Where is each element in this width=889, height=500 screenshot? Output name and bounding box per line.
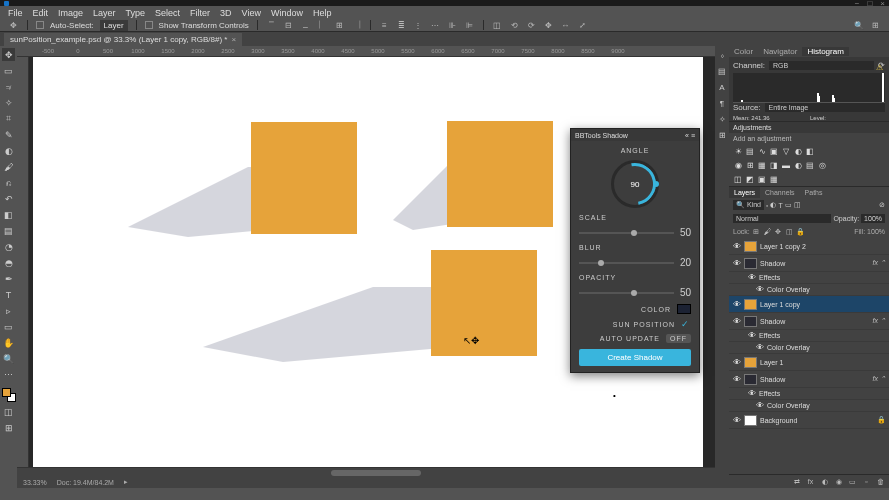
close-icon[interactable]: × [880, 0, 885, 8]
visibility-icon[interactable]: 👁 [732, 242, 741, 251]
panel-icon-1[interactable]: ⬨ [717, 50, 727, 60]
menu-window[interactable]: Window [271, 8, 303, 18]
menu-help[interactable]: Help [313, 8, 332, 18]
create-shadow-button[interactable]: Create Shadow [579, 349, 691, 366]
adj-poster-icon[interactable]: ▬ [781, 160, 791, 170]
adj-photo-icon[interactable]: ◉ [733, 160, 743, 170]
adj-extra4-icon[interactable]: ▦ [769, 174, 779, 184]
layer-row[interactable]: 👁Layer 1 copy 2 [729, 238, 889, 255]
blur-slider[interactable] [579, 262, 674, 264]
lock-transparent-icon[interactable]: ⊞ [752, 227, 761, 236]
quickmask-tool[interactable]: ◫ [2, 405, 15, 418]
blend-mode-dropdown[interactable]: Normal [733, 214, 831, 223]
layer-row[interactable]: 👁Shadowfx ⌃ [729, 371, 889, 388]
layer-fx-icon[interactable]: fx [806, 477, 815, 486]
tab-paths[interactable]: Paths [800, 187, 828, 198]
minimize-icon[interactable]: − [855, 0, 860, 8]
adj-levels-icon[interactable]: ▤ [745, 146, 755, 156]
sun-position-check-icon[interactable]: ✓ [681, 319, 691, 329]
layer-name[interactable]: Layer 1 [760, 359, 783, 366]
menu-select[interactable]: Select [155, 8, 180, 18]
visibility-icon[interactable]: 👁 [732, 300, 741, 309]
tab-channels[interactable]: Channels [760, 187, 800, 198]
marquee-tool[interactable]: ▭ [2, 64, 15, 77]
window-controls[interactable]: − □ × [855, 0, 885, 8]
blur-tool[interactable]: ◔ [2, 240, 15, 253]
adj-extra3-icon[interactable]: ▣ [757, 174, 767, 184]
delete-layer-icon[interactable]: 🗑 [876, 477, 885, 486]
brush-tool[interactable]: 🖌 [2, 160, 15, 173]
layer-row[interactable]: 👁Layer 1 [729, 354, 889, 371]
layer-effect-row[interactable]: 👁Effects [729, 388, 889, 400]
panel-icon-4[interactable]: ¶ [717, 98, 727, 108]
visibility-icon[interactable]: 👁 [732, 317, 741, 326]
distribute-3-icon[interactable]: ⋮ [413, 20, 424, 31]
hand-tool[interactable]: ✋ [2, 336, 15, 349]
tab-histogram[interactable]: Histogram [802, 47, 848, 56]
scrollbar-thumb[interactable] [331, 470, 421, 476]
menu-3d[interactable]: 3D [220, 8, 232, 18]
adj-vibrance-icon[interactable]: ▽ [781, 146, 791, 156]
type-tool[interactable]: T [2, 288, 15, 301]
document-tab[interactable]: sunPosition_example.psd @ 33.3% (Layer 1… [4, 33, 242, 46]
adj-brightness-icon[interactable]: ☀ [733, 146, 743, 156]
visibility-icon[interactable]: 👁 [732, 259, 741, 268]
path-tool[interactable]: ▹ [2, 304, 15, 317]
layer-name[interactable]: Layer 1 copy 2 [760, 243, 806, 250]
filter-kind-dropdown[interactable]: 🔍 Kind [733, 200, 764, 210]
layer-row[interactable]: 👁Shadowfx ⌃ [729, 255, 889, 272]
layer-list[interactable]: 👁Layer 1 copy 2👁Shadowfx ⌃👁Effects👁Color… [729, 238, 889, 474]
layer-fx-badge[interactable]: fx ⌃ [873, 317, 886, 325]
filter-adjust-icon[interactable]: ◐ [770, 201, 776, 209]
layer-fx-badge[interactable]: fx ⌃ [873, 259, 886, 267]
color-swatch[interactable] [677, 304, 691, 314]
adj-lookup-icon[interactable]: ▦ [757, 160, 767, 170]
healing-tool[interactable]: ◐ [2, 144, 15, 157]
adj-exposure-icon[interactable]: ▣ [769, 146, 779, 156]
plugin-header[interactable]: BBTools Shadow « ≡ [571, 129, 699, 141]
scrollbar-horizontal[interactable] [17, 467, 715, 476]
visibility-icon[interactable]: 👁 [755, 343, 764, 352]
adj-hue-icon[interactable]: ◐ [793, 146, 803, 156]
align-vcenter-icon[interactable]: ⊟ [283, 20, 294, 31]
move-tool-icon[interactable]: ✥ [8, 20, 19, 31]
panel-icon-2[interactable]: ▤ [717, 66, 727, 76]
layer-thumbnail[interactable] [744, 316, 757, 327]
crop-tool[interactable]: ⌗ [2, 112, 15, 125]
align-hcenter-icon[interactable]: ⊞ [334, 20, 345, 31]
eraser-tool[interactable]: ◧ [2, 208, 15, 221]
layer-fx-badge[interactable]: fx ⌃ [873, 375, 886, 383]
layer-effect-row[interactable]: 👁Effects [729, 330, 889, 342]
doc-info-arrow-icon[interactable]: ▸ [124, 478, 128, 486]
align-top-icon[interactable]: ⎺ [266, 20, 277, 31]
search-icon[interactable]: 🔍 [853, 20, 864, 31]
menu-file[interactable]: File [8, 8, 23, 18]
layer-effect-row[interactable]: 👁Color Overlay [729, 400, 889, 412]
scale-slider[interactable] [579, 232, 674, 234]
distribute-1-icon[interactable]: ≡ [379, 20, 390, 31]
opacity-slider[interactable] [579, 292, 674, 294]
3d-roll-icon[interactable]: ⟳ [526, 20, 537, 31]
layer-name[interactable]: Shadow [760, 376, 785, 383]
fg-color-swatch[interactable] [2, 388, 11, 397]
ruler-horizontal[interactable]: -500 0 500 1000 1500 2000 2500 3000 3500… [17, 46, 715, 57]
panel-icon-5[interactable]: ✧ [717, 114, 727, 124]
menu-edit[interactable]: Edit [33, 8, 49, 18]
maximize-icon[interactable]: □ [867, 0, 872, 8]
3d-scale-icon[interactable]: ⤢ [577, 20, 588, 31]
new-layer-icon[interactable]: ▫ [862, 477, 871, 486]
layer-name[interactable]: Background [760, 417, 797, 424]
layer-row[interactable]: 👁Layer 1 copy [729, 296, 889, 313]
layer-effect-row[interactable]: 👁Color Overlay [729, 342, 889, 354]
plugin-menu-icon[interactable]: ≡ [691, 132, 695, 139]
filter-shape-icon[interactable]: ▭ [785, 201, 792, 209]
adj-curves-icon[interactable]: ∿ [757, 146, 767, 156]
visibility-icon[interactable]: 👁 [747, 273, 756, 282]
3d-mode-icon[interactable]: ◫ [492, 20, 503, 31]
layer-thumbnail[interactable] [744, 415, 757, 426]
square-3[interactable] [431, 250, 537, 356]
filter-toggle-icon[interactable]: ⊘ [879, 201, 885, 209]
visibility-icon[interactable]: 👁 [747, 389, 756, 398]
visibility-icon[interactable]: 👁 [732, 358, 741, 367]
visibility-icon[interactable]: 👁 [755, 401, 764, 410]
